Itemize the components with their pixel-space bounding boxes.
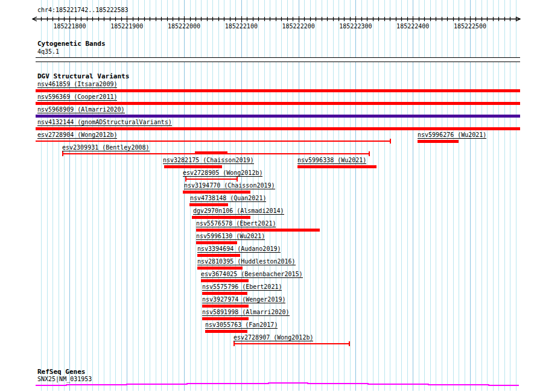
variant-bar[interactable] xyxy=(418,140,459,143)
variant-label[interactable]: nsv4738148 (Quan2021) xyxy=(190,195,266,202)
variant-label[interactable]: dgv2970n106 (Alsmadi2014) xyxy=(193,207,284,215)
variant-track-area: nsv461859 (Itsara2009)nsv596369 (Cooper2… xyxy=(0,0,537,392)
variant-bar[interactable] xyxy=(36,89,520,92)
variant-bar[interactable] xyxy=(36,102,520,105)
variant-label[interactable]: nsv5575796 (Ebert2021) xyxy=(202,283,282,291)
variant-label[interactable]: nsv3194770 (Chaisson2019) xyxy=(184,182,275,189)
variant-bar[interactable] xyxy=(202,292,247,295)
variant-bar[interactable] xyxy=(164,165,222,168)
variant-bar[interactable] xyxy=(202,305,249,308)
variant-label[interactable]: esv2309931 (Bentley2008) xyxy=(62,144,150,151)
variant-label[interactable]: esv2728904 (Wong2012b) xyxy=(37,131,117,139)
variant-label[interactable]: nsv3282175 (Chaisson2019) xyxy=(163,157,254,164)
variant-range-cap xyxy=(234,341,235,346)
variant-range-line[interactable] xyxy=(234,343,350,344)
variant-range-cap xyxy=(369,151,370,156)
variant-label[interactable]: nsv2810395 (Huddleston2016) xyxy=(197,258,296,265)
variant-bar[interactable] xyxy=(297,165,377,168)
variant-bar[interactable] xyxy=(196,229,320,232)
variant-label[interactable]: esv2728905 (Wong2012b) xyxy=(183,169,262,177)
variant-range-cap xyxy=(390,139,391,144)
variant-bar[interactable] xyxy=(36,127,520,130)
variant-bar[interactable] xyxy=(36,115,520,118)
variant-label[interactable]: nsv5996338 (Wu2021) xyxy=(297,157,366,164)
variant-label[interactable]: esv3674025 (Besenbacher2015) xyxy=(201,271,303,278)
variant-label[interactable]: nsv3927974 (Wenger2019) xyxy=(202,296,285,303)
variant-bar[interactable] xyxy=(201,279,249,282)
variant-label[interactable]: esv2728907 (Wong2012b) xyxy=(234,334,313,341)
variant-label[interactable]: nsv5891998 (Almarri2020) xyxy=(202,309,290,316)
variant-range-cap xyxy=(349,341,350,346)
variant-bar[interactable] xyxy=(189,203,228,206)
variant-label[interactable]: nsv5996276 (Wu2021) xyxy=(418,131,486,139)
variant-bar[interactable] xyxy=(197,267,243,270)
variant-label[interactable]: nsv596369 (Cooper2011) xyxy=(37,93,117,101)
variant-label[interactable]: nsv3394694 (Audano2019) xyxy=(197,245,281,253)
section-header-refseq-genes: RefSeq Genes xyxy=(37,368,85,376)
variant-range-line[interactable] xyxy=(185,179,238,180)
variant-label[interactable]: nsv461859 (Itsara2009) xyxy=(37,81,117,88)
variant-label[interactable]: nsv5576578 (Ebert2021) xyxy=(196,220,276,227)
variant-bar[interactable] xyxy=(197,254,240,257)
variant-range-line[interactable] xyxy=(36,141,391,142)
variant-label[interactable]: nsv3055763 (Fan2017) xyxy=(205,321,278,329)
variant-label[interactable]: nsv5996130 (Wu2021) xyxy=(196,233,265,240)
variant-inner-box[interactable] xyxy=(195,151,227,154)
variant-range-cap xyxy=(185,177,186,182)
variant-bar[interactable] xyxy=(202,317,249,320)
variant-bar[interactable] xyxy=(205,330,247,333)
variant-bar[interactable] xyxy=(192,216,250,219)
gene-label[interactable]: SNX25|NM_031953 xyxy=(37,376,92,383)
variant-bar[interactable] xyxy=(183,191,250,194)
variant-range-cap xyxy=(62,151,63,156)
variant-label[interactable]: nsv5968909 (Almarri2020) xyxy=(37,106,125,113)
variant-bar[interactable] xyxy=(196,241,237,244)
variant-label[interactable]: nsv4132144 (gnomADStructuralVariants) xyxy=(37,119,172,126)
variant-range-cap xyxy=(237,177,238,182)
